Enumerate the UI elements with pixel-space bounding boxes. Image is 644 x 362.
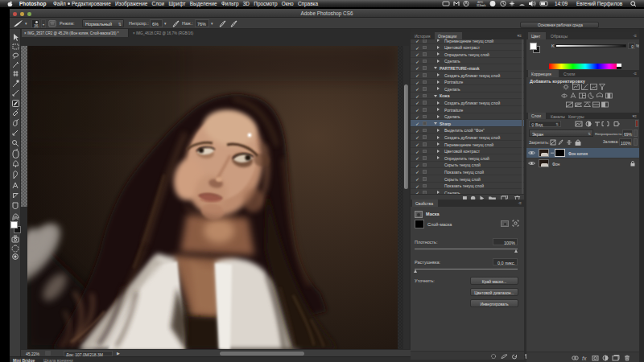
svg-text:313км/ч: 313км/ч [477, 4, 486, 7]
svg-text:fx: fx [582, 356, 587, 361]
